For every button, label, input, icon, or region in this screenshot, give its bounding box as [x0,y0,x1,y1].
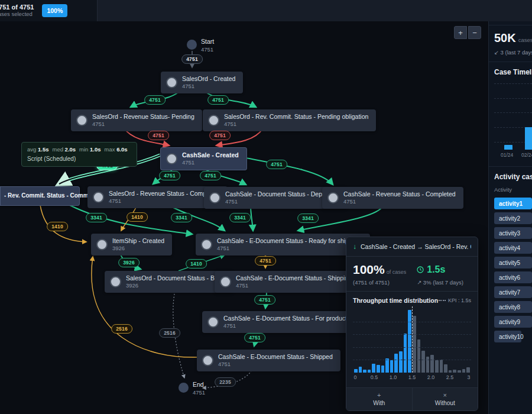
flow-node-start[interactable]: Start 4751 [187,40,197,50]
node-title: SalesOrd - Document Status - Billed [126,274,226,282]
flow-node-salesord-created[interactable]: SalesOrd - Created4751 [161,72,243,93]
activity-node-icon [207,316,219,328]
node-title: SalesOrd - Revenue Status- Pending [92,113,194,121]
histogram-bar [408,310,411,373]
stat-label: min [79,146,88,153]
flow-node-doc-billed[interactable]: SalesOrd - Document Status - Billed3926 [105,271,233,293]
node-count: 4751 [236,282,352,289]
activity-item-activity6[interactable]: activity6 [494,271,532,283]
activity-item-activity4[interactable]: activity4 [494,242,532,254]
histogram-bar [440,360,443,373]
total-cases-value: 50K [494,31,516,44]
activity-item-activity1[interactable]: activity1 [494,198,532,209]
node-count: 4751 [223,322,355,329]
axis-tick-label: 1.0 [390,374,397,380]
cases-trend: 3 (last 7 days) [501,49,532,56]
edge-count-label[interactable]: 1410 [47,222,68,231]
start-label: Start [201,38,214,46]
flow-node-pending-obligation[interactable]: SalesOrd - Rev. Commit. Status - Pending… [203,109,376,131]
percent-caption: of cases [387,269,407,275]
flow-node-rev-commit-committed[interactable]: - Rev. Commit. Status - Committed [0,186,80,206]
edge-count-label[interactable]: 3341 [297,214,319,223]
edge-count-label[interactable]: 4751 [159,171,180,180]
edge-count-label[interactable]: 4751 [209,131,231,140]
node-title: - Rev. Commit. Status - Committed [4,192,101,200]
activity-item-activity5[interactable]: activity5 [494,257,532,269]
flow-node-edoc-for-production[interactable]: CashSale - E-Document Status - For produ… [202,311,363,333]
histogram-bar [394,354,398,373]
kpi-dash-icon [439,300,446,301]
edge-count-label[interactable]: 4751 [200,171,221,180]
kpi-threshold-line [412,306,413,373]
histogram-bar [381,366,385,373]
edge-count-label[interactable]: 1410 [126,212,148,222]
edge-count-label[interactable]: 4751 [254,295,275,305]
edge-count-label[interactable]: 2516 [111,324,132,334]
edge-count-label[interactable]: 4751 [266,160,287,169]
activity-node-icon [208,115,219,126]
edge-count-label[interactable]: 4751 [255,256,276,266]
histogram-bar [372,364,375,373]
flow-node-itemship-created[interactable]: ItemShip - Created3926 [91,234,172,255]
edge-count-label[interactable]: 4751 [181,54,203,64]
histogram-bar [458,370,461,373]
filter-with-button[interactable]: + With [346,388,413,410]
edge-count-label[interactable]: 3341 [86,213,107,222]
histogram-bar [359,367,362,373]
app-window: Start 4751 End 4751 SalesOrd - Created47… [0,0,532,414]
node-count: 4751 [92,121,194,128]
edge-count-label[interactable]: 3341 [229,213,251,222]
timeline-bar [525,127,532,150]
edge-count-label[interactable]: 4751 [244,333,265,342]
filter-without-button[interactable]: × Without [413,388,478,410]
edge-count-label[interactable]: 2516 [159,328,180,338]
edge-count-label[interactable]: 3341 [171,213,192,222]
node-title: SalesOrd - Revenue Status - Completed [109,190,220,198]
activity-item-activity9[interactable]: activity9 [494,316,532,328]
edge-count-label[interactable]: 4751 [207,95,229,105]
end-label: End [193,381,205,389]
node-title: CashSale - Created [182,151,239,159]
node-count: 4751 [109,198,220,205]
histogram-bar [426,357,430,373]
edge-count-label[interactable]: 1410 [186,259,207,269]
activity-item-activity10[interactable]: activity10 [494,331,521,342]
flow-node-edoc-shipping[interactable]: CashSale - E-Document Status - Shipping4… [215,271,359,293]
node-count: 4751 [218,361,333,368]
edge-count-label[interactable]: 2235 [215,377,236,387]
plus-icon: + [377,392,381,399]
flow-node-cs-revenue-completed[interactable]: CashSale - Revenue Status - Completed475… [322,187,463,209]
flow-node-ready-for-shipment[interactable]: CashSale - E-Document Status - Ready for… [196,234,370,255]
edge-count-label[interactable]: 4751 [144,95,166,105]
start-count: 4751 [201,46,214,53]
kpi-legend: KPI : 1.5s [439,297,471,303]
flow-node-edoc-shipped[interactable]: CashSale - E-Document Status - Shipped47… [197,350,340,371]
zoom-in-button[interactable]: + [454,26,467,39]
node-title: CashSale - Revenue Status - Completed [343,190,456,198]
activity-item-activity7[interactable]: activity7 [494,286,532,298]
activity-item-activity3[interactable]: activity3 [494,227,532,239]
flow-node-end[interactable]: End 4751 [179,383,189,393]
process-canvas[interactable]: Start 4751 End 4751 SalesOrd - Created47… [0,0,532,414]
end-node-icon [179,383,189,393]
flow-node-cashsale-created[interactable]: CashSale - Created4751 [160,147,247,170]
selection-percent-button[interactable]: 100% [42,4,67,17]
histogram-bar [421,351,425,373]
histogram-bar [399,351,403,373]
node-count: 3926 [112,245,164,252]
axis-tick-label: 2.5 [446,374,454,380]
activity-node-icon [209,192,220,203]
flow-node-revenue-pending[interactable]: SalesOrd - Revenue Status- Pending4751 [71,109,202,131]
node-title: CashSale - E-Document Status - Shipping [236,274,352,282]
zoom-out-button[interactable]: − [468,26,481,39]
selection-segment: 4751 of 4751 cases selected 100% [0,0,98,21]
edge-count-label[interactable]: 3926 [118,258,140,267]
activity-item-activity2[interactable]: activity2 [494,212,532,224]
edge-count-label[interactable]: 4751 [148,131,169,140]
case-timeline-axis: 01/2402/24 [494,152,532,160]
activity-node-icon [201,239,212,250]
node-count: 4751 [217,245,362,252]
histogram-bar [413,316,416,373]
duration-value: 1.5s [427,264,445,275]
activity-item-activity8[interactable]: activity8 [494,301,532,313]
